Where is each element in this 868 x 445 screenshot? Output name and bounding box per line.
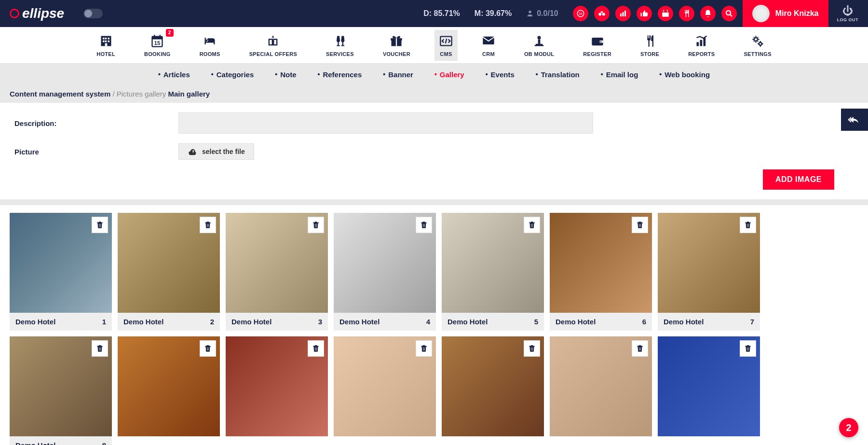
gallery-item[interactable]	[442, 336, 544, 445]
chart-icon	[695, 34, 708, 48]
nav-special-offers[interactable]: SPECIAL OFFERS	[244, 30, 302, 61]
description-input[interactable]	[178, 112, 593, 134]
nav-label: STORE	[640, 51, 659, 57]
gallery-item[interactable]: Demo Hotel5	[442, 213, 544, 331]
gallery-item[interactable]: Demo Hotel4	[334, 213, 436, 331]
gallery-thumbnail	[226, 213, 328, 313]
subnav-gallery[interactable]: Gallery	[434, 70, 464, 79]
header-icon-search[interactable]	[721, 6, 737, 21]
svg-point-3	[598, 13, 601, 16]
delete-button[interactable]	[524, 340, 540, 357]
gallery-item[interactable]	[550, 336, 652, 445]
nav-reports[interactable]: REPORTS	[683, 30, 719, 61]
gallery-item[interactable]	[118, 336, 220, 445]
delete-button[interactable]	[416, 340, 432, 357]
gallery-number: 4	[426, 318, 430, 326]
svg-rect-18	[103, 40, 105, 42]
gallery-thumbnail	[442, 213, 544, 313]
subnav-translation[interactable]: Translation	[536, 70, 580, 79]
gallery-item[interactable]: Demo Hotel7	[658, 213, 760, 331]
subnav-categories[interactable]: Categories	[211, 70, 254, 79]
gallery-item[interactable]: Demo Hotel2	[118, 213, 220, 331]
theme-toggle[interactable]	[83, 9, 103, 18]
subnav-banner[interactable]: Banner	[383, 70, 413, 79]
header-icon-thumbsup[interactable]	[637, 6, 652, 21]
header-icon-chart[interactable]	[615, 6, 631, 21]
gallery-item[interactable]: Demo Hotel3	[226, 213, 328, 331]
add-image-button[interactable]: ADD IMAGE	[763, 169, 834, 190]
subnav-web-booking[interactable]: Web booking	[659, 70, 710, 79]
gallery-name: Demo Hotel	[15, 441, 55, 445]
subnav-references[interactable]: References	[318, 70, 362, 79]
svg-rect-20	[108, 40, 109, 42]
floating-badge[interactable]: 2	[839, 418, 858, 437]
user-profile[interactable]: Miro Knizka	[743, 0, 828, 27]
breadcrumb-current: Main gallery	[168, 90, 210, 98]
delete-button[interactable]	[92, 340, 108, 357]
cloud-upload-icon	[188, 148, 197, 155]
gallery-item[interactable]	[334, 336, 436, 445]
nav-booking[interactable]: 15BOOKING2	[139, 30, 176, 61]
delete-button[interactable]	[740, 217, 756, 233]
delete-button[interactable]	[740, 340, 756, 357]
gallery-item[interactable]	[226, 336, 328, 445]
svg-point-13	[726, 11, 731, 15]
gallery-item[interactable]: Demo Hotel6	[550, 213, 652, 331]
header-icon-24[interactable]: 24	[573, 6, 588, 21]
logout-button[interactable]: ⏻ LOG OUT	[837, 5, 859, 22]
nav-crm[interactable]: CRM	[477, 30, 500, 61]
delete-button[interactable]	[92, 217, 108, 233]
gallery-item[interactable]: Demo Hotel1	[10, 213, 112, 331]
nav-rooms[interactable]: ROOMS	[195, 30, 225, 61]
svg-rect-17	[108, 38, 109, 40]
back-button[interactable]	[841, 109, 868, 131]
delete-button[interactable]	[632, 217, 648, 233]
nav-register[interactable]: REGISTER	[578, 30, 616, 61]
top-header: ellipse D: 85.71% M: 39.67% 0.0/10 24 Mi…	[0, 0, 868, 27]
header-icon-binoculars[interactable]	[594, 6, 610, 21]
gallery-item[interactable]	[658, 336, 760, 445]
subnav-events[interactable]: Events	[486, 70, 515, 79]
nav-voucher[interactable]: VOUCHER	[378, 30, 415, 61]
cheers-icon	[333, 34, 347, 48]
gallery-item[interactable]: Demo Hotel8	[10, 336, 112, 445]
delete-button[interactable]	[200, 340, 216, 357]
subnav-note[interactable]: Note	[275, 70, 296, 79]
header-icon-calendar[interactable]	[658, 6, 673, 21]
person-icon	[526, 10, 534, 17]
gallery-thumbnail	[658, 336, 760, 436]
nav-ob-modul[interactable]: OB MODUL	[519, 30, 559, 61]
header-icon-bell[interactable]	[700, 6, 716, 21]
gallery-name: Demo Hotel	[556, 318, 596, 326]
svg-text:24: 24	[579, 12, 583, 15]
gallery-caption: Demo Hotel2	[118, 313, 220, 331]
subnav-articles[interactable]: Articles	[158, 70, 190, 79]
delete-button[interactable]	[308, 217, 324, 233]
delete-button[interactable]	[524, 217, 540, 233]
nav-services[interactable]: SERVICES	[321, 30, 359, 61]
picture-label: Picture	[14, 148, 178, 156]
svg-rect-27	[272, 40, 274, 44]
breadcrumb-root: Content management system	[10, 90, 110, 98]
nav-store[interactable]: STORE	[636, 30, 664, 61]
delete-button[interactable]	[632, 340, 648, 357]
delete-button[interactable]	[416, 217, 432, 233]
svg-rect-11	[663, 10, 664, 12]
sub-nav: ArticlesCategoriesNoteReferencesBannerGa…	[0, 64, 868, 85]
delete-button[interactable]	[200, 217, 216, 233]
delete-button[interactable]	[308, 340, 324, 357]
nav-settings[interactable]: SETTINGS	[739, 30, 776, 61]
trash-icon	[636, 221, 644, 229]
header-icon-cutlery[interactable]	[679, 6, 694, 21]
nav-hotel[interactable]: HOTEL	[92, 30, 120, 61]
svg-point-32	[538, 36, 541, 39]
nav-cms[interactable]: CMS	[434, 30, 458, 61]
select-file-button[interactable]: select the file	[178, 143, 254, 160]
svg-rect-7	[622, 12, 624, 16]
breadcrumb: Content management system / Pictures gal…	[0, 85, 868, 103]
svg-text:15: 15	[154, 40, 161, 46]
svg-rect-8	[624, 11, 626, 16]
brand-logo[interactable]: ellipse	[10, 6, 64, 21]
subnav-email-log[interactable]: Email log	[601, 70, 638, 79]
main-nav: HOTEL15BOOKING2ROOMSSPECIAL OFFERSSERVIC…	[0, 27, 868, 64]
